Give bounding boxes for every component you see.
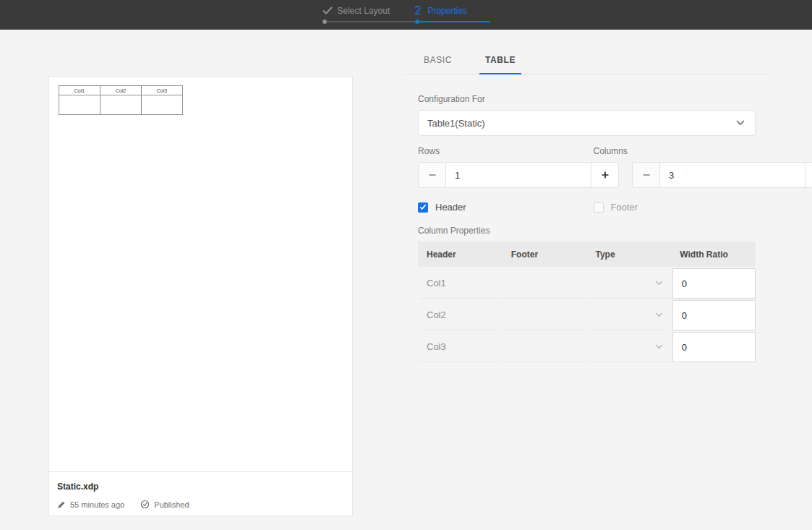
width-ratio-input[interactable] (672, 268, 756, 299)
thumbnail-table: Col1 Col2 Col3 (59, 85, 183, 115)
rows-input[interactable] (445, 162, 591, 188)
tab-table-label: TABLE (485, 55, 516, 65)
column-header-field: Col2 (418, 300, 501, 330)
minus-icon (428, 171, 437, 179)
width-ratio-cell (672, 300, 756, 330)
col-header-header: Header (418, 249, 503, 260)
width-ratio-input[interactable] (672, 300, 756, 330)
checkboxes-row: Header Footer (418, 202, 756, 213)
columns-label: Columns (594, 146, 756, 156)
pencil-icon (57, 500, 66, 509)
step-number: 2 (415, 4, 422, 17)
modified-meta: 55 minutes ago (57, 500, 124, 509)
column-type-select (588, 300, 671, 330)
steppers-row (418, 162, 756, 188)
column-footer-field (503, 300, 586, 330)
chevron-down-icon (655, 281, 663, 286)
step-label: Select Layout (338, 6, 390, 16)
columns-increment-button[interactable] (805, 162, 812, 188)
column-properties-table: Header Footer Type Width Ratio Col1 (418, 242, 756, 362)
width-ratio-cell (672, 268, 756, 299)
header-checkbox-row: Header (418, 202, 581, 213)
thumbnail-table-body-row (59, 95, 183, 115)
form-thumbnail: Col1 Col2 Col3 (49, 77, 352, 471)
configuration-for-label: Configuration For (418, 94, 756, 104)
step-track-active (415, 21, 490, 22)
column-header-field: Col3 (418, 332, 501, 362)
preview-card-footer: Static.xdp 55 minutes ago Published (49, 471, 352, 516)
thumbnail-body-cell (59, 95, 101, 115)
rows-label: Rows (418, 146, 581, 156)
rows-stepper (418, 162, 619, 188)
chevron-down-icon (655, 312, 663, 317)
header-checkbox[interactable] (418, 202, 428, 213)
step-label: Properties (427, 6, 467, 16)
step-dot (322, 20, 327, 24)
status-meta: Published (140, 500, 189, 509)
step-properties[interactable]: 2 Properties (415, 4, 490, 30)
columns-input[interactable] (659, 162, 805, 188)
check-icon (322, 7, 333, 14)
thumbnail-header-cell: Col3 (142, 86, 183, 95)
tab-table[interactable]: TABLE (479, 55, 521, 74)
properties-panel: BASIC TABLE Configuration For Table1(Sta… (403, 43, 767, 362)
column-type-select (588, 268, 671, 299)
width-ratio-input[interactable] (672, 332, 756, 362)
header-checkbox-label: Header (435, 202, 466, 213)
rows-increment-button[interactable] (591, 162, 619, 188)
col-header-type: Type (587, 249, 672, 260)
step-properties-label-row: 2 Properties (415, 4, 490, 17)
chevron-down-icon (655, 344, 663, 349)
footer-checkbox-label: Footer (611, 202, 638, 213)
width-ratio-cell (672, 332, 756, 362)
thumbnail-table-header-row: Col1 Col2 Col3 (59, 86, 183, 95)
table-row: Col3 (418, 332, 756, 362)
page: Select Layout 2 Properties Col1 Col2 Col… (0, 0, 812, 530)
tab-basic-label: BASIC (424, 55, 452, 65)
thumbnail-header-cell: Col1 (59, 86, 101, 95)
footer-checkbox-row: Footer (594, 202, 756, 213)
table-properties-form: Configuration For Table1(Static) Rows Co… (418, 94, 756, 362)
table-row: Col1 (418, 268, 756, 299)
plus-icon (601, 171, 610, 179)
thumbnail-body-cell (101, 95, 142, 115)
column-type-select (588, 332, 671, 362)
column-footer-field (503, 332, 586, 362)
columns-decrement-button[interactable] (632, 162, 659, 188)
published-icon (140, 500, 150, 509)
thumbnail-body-cell (142, 95, 183, 115)
preview-card: Col1 Col2 Col3 Static.xdp 55 minutes ago (48, 76, 353, 516)
thumbnail-header-cell: Col2 (101, 86, 142, 95)
filename: Static.xdp (57, 482, 344, 492)
footer-checkbox (594, 202, 604, 213)
column-properties-header-row: Header Footer Type Width Ratio (418, 242, 756, 267)
tab-basic[interactable]: BASIC (418, 55, 458, 74)
wizard-topbar: Select Layout 2 Properties (0, 0, 812, 30)
status-badge: Published (154, 500, 189, 509)
column-header-field: Col1 (418, 268, 501, 299)
modified-text: 55 minutes ago (70, 500, 124, 509)
table-row: Col2 (418, 300, 756, 330)
column-footer-field (503, 268, 586, 299)
file-meta: 55 minutes ago Published (57, 500, 344, 509)
columns-stepper (632, 162, 812, 188)
minus-icon (642, 171, 651, 179)
step-dot (415, 20, 419, 24)
checkbox-check-icon (419, 204, 427, 210)
tab-bar: BASIC TABLE (403, 43, 767, 74)
step-select-layout-label-row: Select Layout (322, 4, 415, 17)
col-header-footer: Footer (503, 249, 587, 260)
column-properties-label: Column Properties (418, 226, 756, 236)
stepper-labels-row: Rows Columns (418, 146, 756, 156)
step-track-completed (322, 21, 415, 22)
col-header-width-ratio: Width Ratio (671, 249, 756, 260)
rows-decrement-button[interactable] (418, 162, 445, 188)
step-select-layout[interactable]: Select Layout (322, 4, 415, 30)
wizard-stepper: Select Layout 2 Properties (322, 0, 490, 30)
configuration-for-select[interactable]: Table1(Static) (418, 110, 756, 136)
chevron-down-icon (736, 120, 745, 126)
select-value: Table1(Static) (427, 118, 484, 129)
